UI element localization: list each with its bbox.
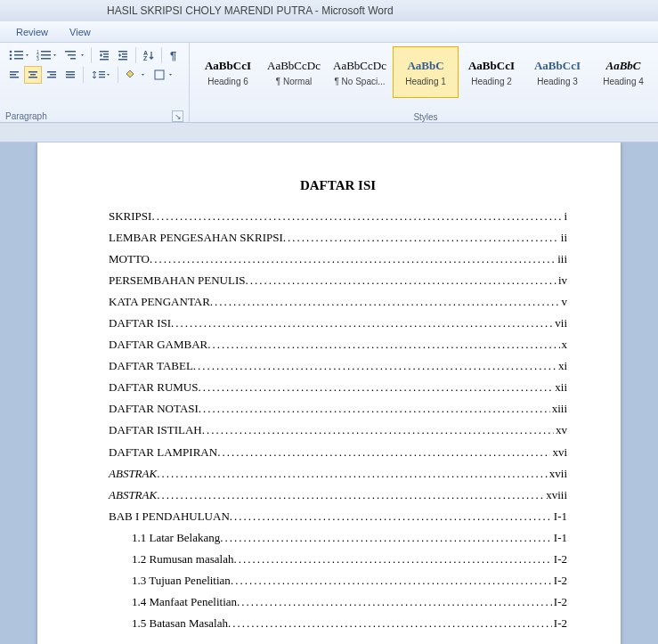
styles-group-label: Styles [413,112,437,122]
svg-rect-3 [14,54,23,56]
shading-button[interactable] [122,66,149,84]
toc-leader-dots: ........................................… [207,334,559,355]
style-preview: AaBbCcI [468,59,515,73]
show-paragraph-marks-button[interactable]: ¶ [166,46,183,64]
toc-entry-text: BAB I PENDAHULUAN [109,506,230,527]
justify-button[interactable] [61,66,79,84]
toc-leader-dots: ........................................… [157,485,544,506]
toc-entry-page: xv [554,420,567,441]
style-item-heading-3[interactable]: AaBbCcIHeading 3 [524,46,590,98]
document-page[interactable]: DAFTAR ISI SKRIPSI......................… [37,143,621,644]
style-item-heading-1[interactable]: AaBbCHeading 1 [393,46,459,98]
toc-entry-text: DAFTAR RUMUS [109,377,198,398]
toc-entry-text: DAFTAR ISI [109,313,171,334]
tab-view[interactable]: View [69,27,91,37]
toc-entry-text: KATA PENGANTAR [109,291,210,313]
toc-entry-page: xvi [550,442,567,463]
align-left-button[interactable] [5,66,23,84]
ruler[interactable] [0,123,658,143]
style-item--no-spaci-[interactable]: AaBbCcDc¶ No Spaci... [327,46,393,98]
toc-leader-dots: ........................................… [171,313,553,334]
svg-rect-21 [122,56,127,58]
multilevel-list-button[interactable] [61,46,87,64]
style-item-heading-2[interactable]: AaBbCcIHeading 2 [459,46,524,98]
style-item-heading-4[interactable]: AaBbCHeading 4 [590,46,656,98]
style-preview: AaBbC [605,59,640,73]
toc-entry-page: iv [556,270,567,291]
toc-leader-dots: ........................................… [193,355,556,377]
style-name: Heading 4 [603,77,644,86]
svg-rect-18 [100,59,109,61]
toc-entry-text: 1.2 Rumusan masalah [132,549,233,570]
borders-button[interactable] [150,66,176,84]
style-item-heading-6[interactable]: AaBbCcIHeading 6 [195,46,261,98]
toc-entry: ABSTRAK.................................… [109,463,567,485]
toc-entry-text: ABSTRAK [109,485,157,506]
svg-rect-16 [103,53,109,55]
paragraph-dialog-launcher[interactable]: ↘ [172,110,183,122]
svg-point-0 [10,51,12,53]
decrease-indent-button[interactable] [95,46,113,64]
style-preview: AaBbCcDc [333,59,386,73]
style-name: Heading 2 [471,77,512,86]
svg-point-4 [10,58,12,61]
svg-rect-26 [10,71,19,73]
svg-rect-19 [118,51,127,53]
svg-rect-27 [10,74,16,76]
toc-entry: PERSEMBAHAN PENULIS.....................… [109,270,567,291]
style-name: ¶ No Spaci... [334,77,385,86]
document-area: DAFTAR ISI SKRIPSI......................… [0,143,658,644]
svg-rect-11 [41,58,51,60]
styles-gallery[interactable]: AaBbCcIHeading 6AaBbCcDc¶ NormalAaBbCcDc… [195,45,656,98]
toc-leader-dots: ........................................… [228,613,552,634]
toc-entry: ABSTRAK.................................… [109,485,567,506]
svg-rect-39 [99,74,105,75]
svg-point-2 [10,54,12,57]
svg-rect-40 [99,77,105,77]
toc-entry-page: vii [553,313,567,334]
toc-entry-text: 1.5 Batasan Masalah [132,613,228,634]
toc-entry-text: LEMBAR PENGESAHAN SKRIPSI [109,227,283,249]
svg-rect-36 [66,74,75,76]
svg-rect-17 [103,56,109,58]
bullets-button[interactable] [5,46,32,64]
svg-rect-28 [10,77,19,78]
svg-rect-20 [122,53,127,55]
align-center-button[interactable] [24,66,42,84]
align-right-button[interactable] [43,66,61,84]
svg-rect-9 [41,54,51,56]
svg-text:Z: Z [143,55,148,61]
toc-entry-text: 1.1 Latar Belakang [132,527,220,549]
style-name: Heading 6 [207,77,248,86]
toc-entry-text: DAFTAR GAMBAR [109,334,207,355]
toc-leader-dots: ........................................… [237,591,552,613]
toc-leader-dots: ........................................… [151,206,562,227]
toc-entry: DAFTAR ISTILAH..........................… [109,420,567,441]
increase-indent-button[interactable] [114,46,132,64]
style-item--normal[interactable]: AaBbCcDc¶ Normal [261,46,327,98]
style-name: Heading 1 [405,77,446,86]
toc-entry-text: SKRIPSI [109,206,151,227]
toc-entry-page: xviii [544,485,567,506]
ribbon-tabs: Review View [0,21,658,43]
style-preview: AaBbCcDc [267,59,321,73]
ribbon: 123 AZ ¶ [0,43,658,123]
style-name: Heading 3 [537,77,578,86]
toc-entry-page: xiii [550,398,567,420]
toc-leader-dots: ........................................… [199,398,550,420]
toc-leader-dots: ........................................… [220,527,552,549]
toc-entry-text: PERSEMBAHAN PENULIS [109,270,246,291]
style-name: ¶ Normal [276,77,312,86]
toc-entry-page: iii [556,249,567,270]
toc-leader-dots: ........................................… [198,377,553,398]
toc-entry-text: DAFTAR LAMPIRAN [109,442,217,463]
paragraph-group: 123 AZ ¶ [0,43,190,123]
toc-entry-text: ABSTRAK [109,463,157,485]
tab-review[interactable]: Review [16,27,48,37]
numbering-button[interactable]: 123 [33,46,60,64]
sort-button[interactable]: AZ [140,46,158,64]
svg-rect-33 [50,74,56,76]
svg-rect-29 [28,71,37,73]
toc-entry: 1.4 Manfaat Penelitian..................… [109,591,567,613]
line-spacing-button[interactable] [87,66,114,84]
